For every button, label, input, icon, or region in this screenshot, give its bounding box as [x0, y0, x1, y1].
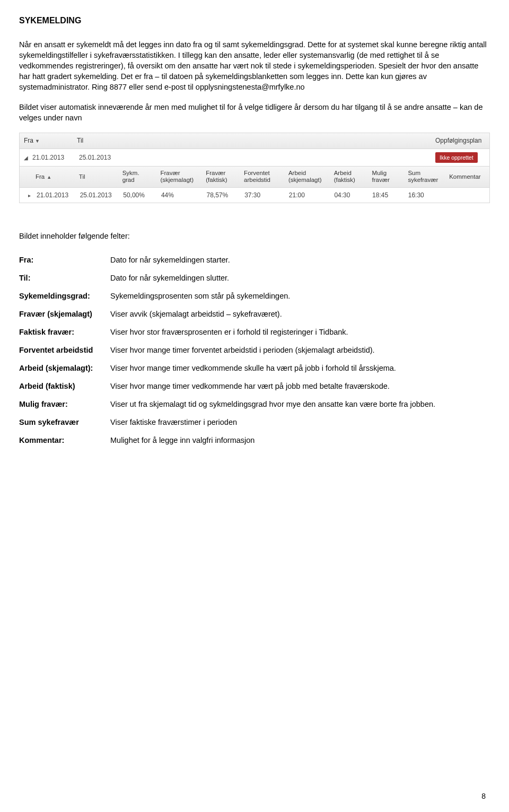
status-badge[interactable]: Ikke opprettet: [435, 152, 478, 163]
definition-row: Faktisk fravær:Viser hvor stor fraværspr…: [19, 323, 490, 341]
definition-key: Fravær (skjemalagt): [19, 305, 110, 323]
definition-value: Sykemeldingsprosenten som står på sykeme…: [110, 287, 490, 305]
definition-key: Til:: [19, 269, 110, 287]
definition-value: Dato for når sykemeldingen slutter.: [110, 269, 490, 287]
cell-fravaer-faktisk: 78,57%: [203, 188, 241, 203]
col-header-arbeid-faktisk[interactable]: Arbeid (faktisk): [330, 167, 368, 187]
definition-value: Viser avvik (skjemalagt arbeidstid – syk…: [110, 305, 490, 323]
col-header-til[interactable]: Til: [73, 133, 431, 149]
definition-value: Viser hvor mange timer vedkommende skull…: [110, 359, 490, 377]
col-header-fra[interactable]: Fra▼: [20, 133, 73, 149]
cell-oppfolgingsplan: Ikke opprettet: [431, 149, 489, 166]
cell-sykmgrad: 50,00%: [119, 188, 157, 203]
cell-kommentar: [445, 192, 489, 198]
definition-value: Viser ut fra skjemalagt tid og sykmeldin…: [110, 395, 490, 413]
definition-row: Arbeid (faktisk)Viser hvor mange timer v…: [19, 377, 490, 395]
table-top-header: Fra▼ Til Oppfølgingsplan: [20, 133, 489, 149]
definition-row: Arbeid (skjemalagt):Viser hvor mange tim…: [19, 359, 490, 377]
definition-row: Forventet arbeidstidViser hvor mange tim…: [19, 341, 490, 359]
table-top-row[interactable]: ◢ 21.01.2013 25.01.2013 Ikke opprettet: [20, 149, 489, 167]
definition-row: Mulig fravær:Viser ut fra skjemalagt tid…: [19, 395, 490, 413]
cell-til: 25.01.2013: [75, 150, 431, 165]
definition-value: Viser faktiske fraværstimer i perioden: [110, 413, 490, 431]
cell-arbeid-faktisk: 04:30: [330, 188, 368, 203]
caret-right-icon: ▸: [28, 193, 31, 198]
definition-key: Arbeid (faktisk): [19, 377, 110, 395]
cell-til: 25.01.2013: [76, 188, 119, 203]
expand-toggle[interactable]: ◢: [20, 150, 28, 165]
felter-heading: Bildet inneholder følgende felter:: [19, 231, 490, 241]
table-sub-row[interactable]: ▸ 21.01.2013 25.01.2013 50,00% 44% 78,57…: [20, 188, 489, 204]
definition-key: Fra:: [19, 251, 110, 269]
cell-fravaer-skjemalagt: 44%: [157, 188, 203, 203]
col-header-oppfolgingsplan[interactable]: Oppfølgingsplan: [431, 133, 489, 149]
page-title: SYKEMELDING: [19, 15, 490, 27]
cell-arbeid-skjemalagt: 21:00: [285, 188, 330, 203]
col-header-arbeid-skjemalagt[interactable]: Arbeid (skjemalagt): [284, 167, 330, 187]
definition-key: Mulig fravær:: [19, 395, 110, 413]
definition-key: Forventet arbeidstid: [19, 341, 110, 359]
cell-fra: 21.01.2013: [32, 188, 76, 203]
intro-paragraph-1: Når en ansatt er sykemeldt må det legges…: [19, 39, 490, 92]
definition-key: Arbeid (skjemalagt):: [19, 359, 110, 377]
definition-value: Dato for når sykemeldingen starter.: [110, 251, 490, 269]
col-header-fravaer-faktisk[interactable]: Fravær (faktisk): [201, 167, 240, 187]
sort-asc-icon: ▲: [47, 174, 51, 180]
col-header-sum-sykefravaer[interactable]: Sum sykefravær: [403, 167, 445, 187]
definition-row: Fravær (skjemalagt)Viser avvik (skjemala…: [19, 305, 490, 323]
definition-value: Viser hvor mange timer forventet arbeids…: [110, 341, 490, 359]
definition-key: Faktisk fravær:: [19, 323, 110, 341]
definition-value: Mulighet for å legge inn valgfri informa…: [110, 431, 490, 449]
col-header-fra-sub[interactable]: Fra▲: [31, 170, 75, 184]
intro-paragraph-2: Bildet viser automatisk inneværende år m…: [19, 102, 490, 123]
col-header-til-sub[interactable]: Til: [75, 170, 118, 184]
col-header-sykmgrad[interactable]: Sykm. grad: [118, 167, 156, 187]
definition-value: Viser hvor mange timer vedkommende har v…: [110, 377, 490, 395]
caret-down-icon: ◢: [24, 155, 28, 161]
cell-forventet-arbeidstid: 37:30: [240, 188, 285, 203]
cell-mulig-fravaer: 18:45: [368, 188, 404, 203]
definition-row: Til:Dato for når sykemeldingen slutter.: [19, 269, 490, 287]
col-header-forventet-arbeidstid[interactable]: Forventet arbeidstid: [240, 167, 284, 187]
table-sub-header: Fra▲ Til Sykm. grad Fravær (skjemalagt) …: [20, 167, 489, 187]
col-header-kommentar[interactable]: Kommentar: [445, 170, 489, 184]
definition-key: Sum sykefravær: [19, 413, 110, 431]
definition-value: Viser hvor stor fraværsprosenten er i fo…: [110, 323, 490, 341]
sykemelding-table: Fra▼ Til Oppfølgingsplan ◢ 21.01.2013 25…: [19, 133, 490, 203]
col-header-fravaer-skjemalagt[interactable]: Fravær (skjemalagt): [156, 167, 201, 187]
expand-toggle-sub[interactable]: ▸: [24, 188, 32, 203]
col-header-mulig-fravaer[interactable]: Mulig fravær: [368, 167, 404, 187]
definition-row: Sykemeldingsgrad:Sykemeldingsprosenten s…: [19, 287, 490, 305]
definition-row: Sum sykefraværViser faktiske fraværstime…: [19, 413, 490, 431]
field-definitions-table: Fra:Dato for når sykemeldingen starter.T…: [19, 251, 490, 449]
definition-row: Fra:Dato for når sykemeldingen starter.: [19, 251, 490, 269]
chevron-down-icon: ▼: [35, 138, 40, 144]
definition-key: Sykemeldingsgrad:: [19, 287, 110, 305]
definition-row: Kommentar:Mulighet for å legge inn valgf…: [19, 431, 490, 449]
cell-fra: 21.01.2013: [28, 150, 75, 165]
definition-key: Kommentar:: [19, 431, 110, 449]
cell-sum-sykefravaer: 16:30: [404, 188, 445, 203]
